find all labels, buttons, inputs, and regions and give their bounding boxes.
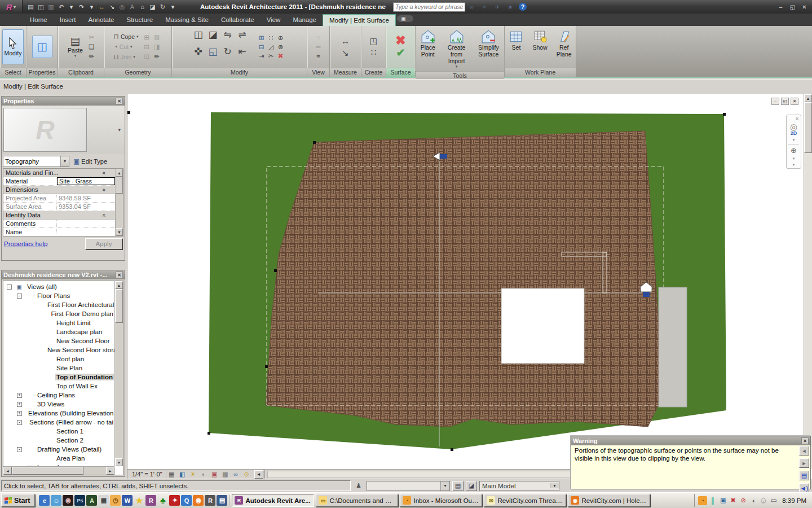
collapse-chevron-icon[interactable]: « [102,171,108,174]
quick-launch-icon[interactable]: ▦ [98,495,109,506]
tree-expand-icon[interactable]: + [17,402,22,407]
measure-icon[interactable]: ↘ [341,49,350,58]
property-value[interactable]: 9348.59 SF [57,194,115,202]
tree-item[interactable]: Top of Foundation [3,373,114,382]
modify-big-icon[interactable]: ✜ [193,47,203,56]
zoom-caret-icon[interactable]: ▾ [793,156,795,161]
measure-icon[interactable]: ↔ [341,36,350,45]
surface-panel-label[interactable]: Surface [386,68,415,77]
geometry-small-icon[interactable]: ⊠ [152,33,162,42]
quick-launch-icon[interactable]: ▤ [217,495,227,506]
qat-icon[interactable]: ↷ [77,2,86,12]
scroll-thumb[interactable] [804,102,812,153]
tree-item[interactable]: Top of Wall Ex [3,382,114,391]
tree-item-label[interactable]: First Floor Demo plan [50,310,114,317]
view-small-icon[interactable]: ✏ [314,42,323,51]
taskbar-window-button[interactable]: ◉ RevitCity.com | Hole i... [568,494,650,507]
view-panel-label[interactable]: View [307,68,329,77]
view-control-icon[interactable]: ▣ [209,470,220,479]
modify-big-icon[interactable]: ↻ [223,47,232,56]
ribbon-state-toggle[interactable]: ▣ ▾ [397,15,413,22]
set-workplane-button[interactable]: Set [506,28,526,52]
view-control-icon[interactable]: ◐ [198,470,209,479]
scroll-thumb[interactable] [115,289,123,323]
join-button[interactable]: ⊔Join▾ [114,53,139,61]
ribbon-tab[interactable]: Massing & Site [159,14,215,26]
tree-item[interactable]: - Sections (Filled arrow - no tai [3,418,114,427]
geometry-small-icon[interactable]: ⊡ [142,52,152,61]
project-browser-close-icon[interactable]: ✕ [116,271,123,278]
modify-small-icon[interactable]: ⊟ [257,42,266,51]
ribbon-tab[interactable]: Annotate [82,14,120,26]
tray-icon[interactable]: ║ [708,496,717,505]
help-icon[interactable]: ? [519,3,527,11]
wheel-caret-icon[interactable]: ▾ [793,138,795,142]
communication-center-icon[interactable]: ✈ [493,2,502,11]
measure-panel-label[interactable]: Measure [330,68,361,77]
quick-launch-icon[interactable]: Ps [74,495,85,506]
speaker-icon[interactable]: ◄) [799,483,809,493]
select-panel-label[interactable]: Select [0,68,26,77]
properties-palette-title[interactable]: Properties ✕ [2,97,125,106]
tray-icon[interactable]: ◔ [698,496,707,505]
tree-expand-icon[interactable]: - [17,447,22,452]
taskbar-window-button[interactable]: ✉ RevitCity.com Thread ... [484,494,566,507]
modify-button[interactable]: Modify [2,29,24,64]
modify-panel-label[interactable]: Modify [172,68,307,77]
qat-icon[interactable]: ↻ [158,2,167,12]
tree-item-label[interactable]: Height Limit [55,319,92,326]
scroll-down-icon[interactable]: ▼ [115,458,123,466]
property-value[interactable] [57,220,115,227]
quick-launch-icon[interactable]: ♣ [157,495,168,506]
type-preview[interactable]: R ▾ [2,106,125,154]
apply-button[interactable]: Apply [85,238,122,249]
property-value[interactable]: 9353.04 SF [57,203,115,211]
cope-button[interactable]: ⊓Cope▾ [114,33,139,41]
tray-icon[interactable]: ◶ [759,496,768,505]
modify-big-icon[interactable]: ⇋ [223,30,232,39]
tree-expand-icon[interactable]: - [17,420,22,425]
property-grid-scrollbar[interactable]: ▲ ▼ [115,169,123,236]
warning-title[interactable]: Warning ✕ [571,436,810,445]
scroll-up-icon[interactable]: ▲ [804,94,812,102]
quick-launch-icon[interactable]: ◉ [63,495,73,506]
qat-icon[interactable]: ⌂ [138,2,147,12]
design-option-caret-icon[interactable]: ▾ [550,483,559,488]
properties-panel-label[interactable]: Properties [27,68,58,77]
workplane-panel-label[interactable]: Work Plane [505,68,576,77]
tree-item-label[interactable]: Top of Foundation [55,374,114,380]
ribbon-tab[interactable]: Modify | Edit Surface [323,14,396,26]
tree-item-label[interactable]: Views (all) [26,283,58,290]
tree-item[interactable]: Area Plan [3,454,114,463]
restore-button[interactable]: ◱ [788,3,797,11]
tree-item[interactable]: + 3D Views [3,400,114,409]
tray-icon[interactable]: ▭ [769,496,778,505]
property-row[interactable]: Material Site - Grass « [3,177,115,186]
modify-big-icon[interactable]: ◪ [208,30,218,39]
ribbon-tab[interactable]: Home [24,14,54,26]
quick-launch-icon[interactable]: A [86,495,97,506]
preview-caret-icon[interactable]: ▾ [118,127,121,133]
scroll-thumb[interactable] [12,467,83,475]
tree-item-label[interactable]: Drafting Views (Detail) [36,446,103,453]
modify-small-icon[interactable]: ∷ [266,33,276,42]
tree-item[interactable]: - Drafting Views (Detail) [3,445,114,454]
tree-item[interactable]: - ▣ Views (all) [3,282,114,291]
tree-item[interactable]: First Floor Architectural [3,300,114,309]
tree-item-label[interactable]: Site Plan [55,365,83,371]
tree-item-label[interactable]: Area Plan [55,455,86,462]
create-icon[interactable]: ◳ [369,37,378,46]
collapse-chevron-icon[interactable]: « [102,213,108,217]
cut-button[interactable]: ◔Cut▾ [114,43,139,51]
view-control-icon[interactable]: ▦ [166,470,177,479]
modify-small-icon[interactable]: ✖ [276,51,285,60]
floor-plan-canvas[interactable] [127,94,804,469]
tray-icon[interactable]: ◖ [749,496,758,505]
project-browser-title[interactable]: Deshmukh residence new V2.rvt -... ✕ [2,270,125,279]
modify-big-icon[interactable]: ⇌ [237,30,247,39]
quick-launch-icon[interactable]: ◷ [110,495,121,506]
editable-only-toggle[interactable]: ▤ [452,481,464,491]
browser-vscrollbar[interactable]: ▲ ▼ [114,281,123,466]
property-value[interactable] [57,228,115,236]
tree-item[interactable]: First Floor Demo plan [3,309,114,318]
